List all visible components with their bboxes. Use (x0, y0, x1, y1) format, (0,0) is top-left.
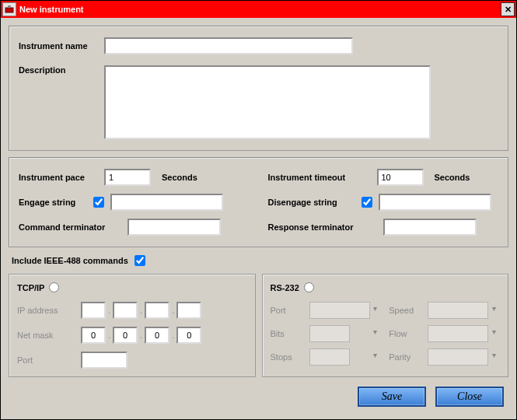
instrument-name-label: Instrument name (19, 41, 98, 51)
ip-octet-2[interactable] (113, 302, 138, 319)
name-desc-section: Instrument name Description (9, 26, 508, 151)
mask-octet-3[interactable] (145, 327, 169, 344)
disengage-string-input[interactable] (379, 194, 491, 211)
titlebar: New instrument ✕ (1, 1, 516, 18)
rs-flow-label: Flow (389, 329, 420, 338)
button-row: Save Close (9, 387, 508, 407)
dot-icon: . (108, 331, 110, 340)
save-button[interactable]: Save (358, 387, 426, 407)
rs-stops-label: Stops (271, 352, 302, 362)
response-terminator-input[interactable] (383, 219, 477, 236)
rs232-radio[interactable] (304, 282, 314, 292)
rs-bits-select[interactable] (309, 325, 350, 342)
mask-octet-4[interactable] (176, 327, 201, 344)
close-icon[interactable]: ✕ (501, 2, 515, 16)
svg-rect-1 (8, 5, 11, 8)
content-area: Instrument name Description Instrument p… (1, 18, 516, 419)
rs232-title: RS-232 (271, 283, 299, 292)
ieee-488-checkbox[interactable] (134, 255, 145, 266)
instrument-timeout-label: Instrument timeout (268, 173, 371, 182)
mask-octet-1[interactable] (81, 327, 106, 344)
response-terminator-label: Response terminator (268, 222, 377, 232)
rs-flow-select[interactable] (428, 325, 488, 342)
tcpip-panel: TCP/IP IP address . . . Net mask . (9, 274, 256, 377)
engage-string-input[interactable] (110, 194, 223, 211)
instrument-pace-input[interactable] (104, 169, 151, 186)
ip-address-label: IP address (17, 306, 75, 315)
rs-parity-label: Parity (389, 352, 420, 362)
dot-icon: . (140, 306, 142, 315)
svg-rect-0 (5, 8, 13, 12)
ip-octet-1[interactable] (81, 302, 106, 319)
dot-icon: . (108, 306, 110, 315)
pace-unit-label: Seconds (162, 173, 197, 182)
engage-string-label: Engage string (19, 198, 87, 207)
mask-octet-2[interactable] (113, 327, 138, 344)
rs232-panel: RS-232 Port Speed Bits Flow Stops Parity (262, 274, 509, 377)
tcpip-radio[interactable] (49, 282, 59, 292)
command-terminator-label: Command terminator (19, 222, 121, 232)
dot-icon: . (172, 331, 174, 340)
ip-octet-4[interactable] (176, 302, 201, 319)
description-textarea[interactable] (104, 65, 431, 139)
tcp-port-label: Port (17, 355, 75, 365)
description-label: Description (19, 65, 98, 75)
netmask-label: Net mask (17, 331, 75, 340)
rs-port-label: Port (271, 306, 302, 315)
engage-string-checkbox[interactable] (93, 197, 104, 208)
ieee-row: Include IEEE-488 commands (12, 255, 508, 266)
ip-octet-3[interactable] (145, 302, 169, 319)
connection-panels: TCP/IP IP address . . . Net mask . (9, 274, 508, 377)
close-button[interactable]: Close (435, 387, 504, 407)
instrument-timeout-input[interactable] (377, 169, 424, 186)
timeout-unit-label: Seconds (435, 173, 470, 182)
rs-bits-label: Bits (271, 329, 302, 338)
timing-section: Instrument pace Seconds Engage string Co… (9, 157, 508, 247)
rs-port-select[interactable] (309, 302, 370, 319)
instrument-name-input[interactable] (104, 37, 353, 54)
rs-speed-label: Speed (389, 306, 420, 315)
disengage-string-checkbox[interactable] (362, 197, 372, 208)
rs-speed-select[interactable] (428, 302, 488, 319)
instrument-pace-label: Instrument pace (19, 173, 98, 182)
dot-icon: . (172, 306, 174, 315)
window: New instrument ✕ Instrument name Descrip… (0, 0, 517, 420)
dot-icon: . (140, 331, 142, 340)
rs-parity-select[interactable] (428, 348, 488, 366)
rs-stops-select[interactable] (309, 348, 350, 366)
window-title: New instrument (19, 5, 501, 14)
command-terminator-input[interactable] (128, 219, 221, 236)
ieee-488-label: Include IEEE-488 commands (12, 256, 128, 265)
tcp-port-input[interactable] (81, 352, 128, 369)
tcpip-title: TCP/IP (17, 283, 44, 292)
disengage-string-label: Disengage string (268, 198, 355, 207)
app-icon (2, 2, 16, 16)
